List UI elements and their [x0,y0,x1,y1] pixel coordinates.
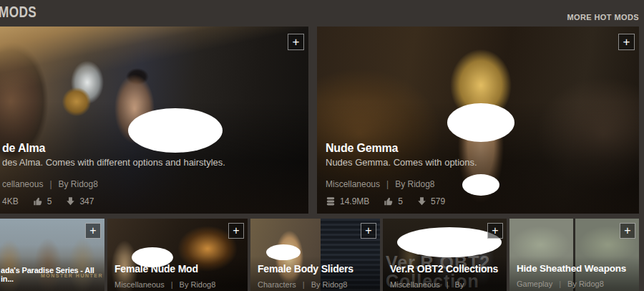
mod-meta: Characters|By Ridog8 [258,280,373,289]
plus-icon: + [623,35,630,49]
more-hot-mods-link[interactable]: MORE HOT MODS [567,13,639,22]
mod-title[interactable]: ada's Paradise Series - All in... [1,266,97,283]
mod-card[interactable]: + Female Nude Mod Miscellaneous|By Ridog… [107,219,248,291]
file-size-value: 14.9MB [340,196,369,206]
mod-meta: Miscellaneous|By ranaragua [390,280,499,291]
mod-category[interactable]: Miscellaneous [326,179,380,189]
mod-meta: Miscellaneous|By Ridog8 [114,280,240,289]
mod-description: Nudes Gemma. Comes with options. [326,157,630,168]
thumbs-up-icon [384,196,394,206]
mod-meta: Gameplay|By Ridog8 [517,280,632,288]
mod-title[interactable]: Hide Sheathed Weapons [517,263,632,274]
add-to-collection-button[interactable]: + [85,223,101,239]
add-to-collection-button[interactable]: + [288,34,304,50]
mod-title[interactable]: Ver.R OBT2 Collections [390,263,499,275]
mod-category[interactable]: Miscellaneous [114,280,165,289]
card-text-overlay: Hide Sheathed Weapons Gameplay|By Ridog8 [509,263,639,288]
plus-icon: + [365,224,371,237]
card-text-overlay: ada's Paradise Series - All in... als|By… [0,266,104,291]
file-size-value: 4KB [2,196,19,206]
mod-title[interactable]: Nude Gemma [326,142,630,155]
mod-author[interactable]: By Ridog8 [59,179,98,189]
meta-separator: | [303,280,305,289]
add-to-collection-button[interactable]: + [620,223,635,239]
meta-separator: | [49,179,52,189]
downloads-value: 579 [431,196,445,206]
mod-author[interactable]: By Ridog8 [180,280,216,289]
card-text-overlay: Nude Gemma Nudes Gemma. Comes with optio… [317,142,639,214]
meta-separator: | [559,280,561,288]
endorsements-stat: 5 [384,196,403,206]
meta-separator: | [386,179,389,189]
thumbs-up-icon [33,196,43,206]
plus-icon: + [89,224,96,237]
mod-description: des Alma. Comes with different options a… [2,157,300,168]
mod-meta: Miscellaneous|By Ridog8 [326,179,630,189]
card-text-overlay: de Alma des Alma. Comes with different o… [0,142,308,214]
mod-title[interactable]: de Alma [2,142,300,155]
censor-blob [266,244,301,260]
endorsements-value: 5 [47,196,52,206]
mod-author[interactable]: By Ridog8 [395,179,434,189]
card-text-overlay: Ver.R OBT2 Collections Miscellaneous|By … [383,263,507,291]
card-text-overlay: Female Nude Mod Miscellaneous|By Ridog8 [107,263,248,289]
censor-blob [447,103,514,142]
download-icon [66,196,75,206]
section-title: MODS [0,3,36,22]
mod-stats: 4KB 5 347 [2,196,300,206]
downloads-stat: 579 [417,196,445,206]
database-icon [326,196,336,206]
mod-author[interactable]: By Ridog8 [567,280,604,288]
meta-separator: | [171,280,173,289]
add-to-collection-button[interactable]: + [361,223,376,239]
hot-mods-section: MODS MORE HOT MODS + de Alma des Alma. C… [0,0,644,291]
mod-title[interactable]: Female Body Sliders [258,263,373,275]
card-text-overlay: Female Body Sliders Characters|By Ridog8 [250,263,380,289]
add-to-collection-button[interactable]: + [228,223,244,239]
featured-mod-card[interactable]: + Nude Gemma Nudes Gemma. Comes with opt… [317,27,639,214]
endorsements-value: 5 [398,196,403,206]
mod-card[interactable]: Ver.R OBT2 Collection + Ver.R OBT2 Colle… [383,219,507,291]
plus-icon: + [293,35,300,49]
mod-title[interactable]: Female Nude Mod [114,263,240,275]
mod-meta: cellaneous|By Ridog8 [2,179,300,189]
download-icon [417,196,426,206]
meta-separator: | [447,280,449,289]
file-size-stat: 4KB [2,196,19,206]
file-size-stat: 14.9MB [326,196,369,206]
mod-category[interactable]: Gameplay [517,280,552,288]
plus-icon: + [624,224,630,237]
endorsements-stat: 5 [33,196,52,206]
mod-card[interactable]: MONSTER HUNTER + ada's Paradise Series -… [0,219,104,291]
mod-author[interactable]: By Ridog8 [311,280,348,289]
downloads-value: 347 [79,196,94,206]
mod-category[interactable]: Characters [258,280,296,289]
mod-category[interactable]: cellaneous [2,179,43,189]
censor-blob [397,227,502,257]
mod-stats: 14.9MB 5 579 [326,196,630,206]
plus-icon: + [492,224,498,237]
mod-card[interactable]: + Hide Sheathed Weapons Gameplay|By Rido… [509,219,639,291]
mod-category[interactable]: Miscellaneous [390,280,440,289]
featured-mod-card[interactable]: + de Alma des Alma. Comes with different… [0,27,308,214]
mod-card[interactable]: + Female Body Sliders Characters|By Rido… [250,219,380,291]
add-to-collection-button[interactable]: + [487,223,503,239]
add-to-collection-button[interactable]: + [618,34,635,50]
plus-icon: + [233,224,239,237]
downloads-stat: 347 [66,196,94,206]
